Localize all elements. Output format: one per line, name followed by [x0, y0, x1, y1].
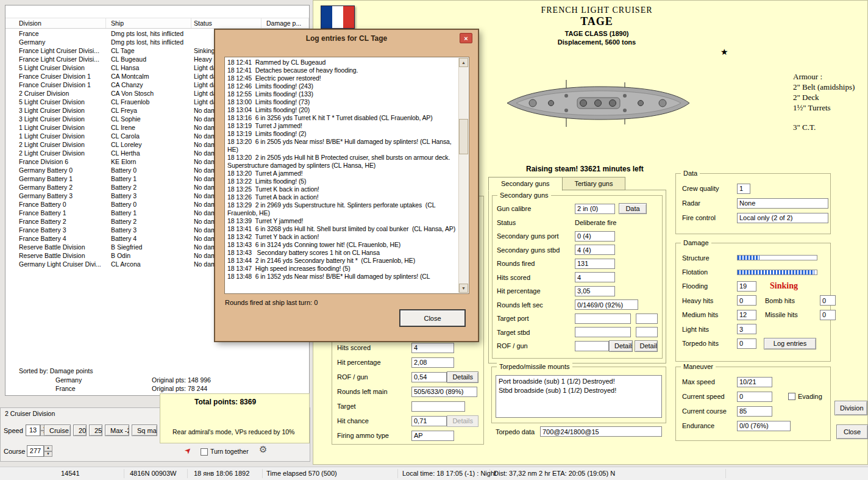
max-speed-field[interactable]: [737, 377, 772, 387]
log-entry[interactable]: 18 12:45 Electric power restored!: [227, 74, 457, 82]
course-stepper[interactable]: 277 ▲ ▼: [27, 445, 52, 457]
rounds-fired-field[interactable]: [575, 259, 615, 269]
log-entry[interactable]: 18 13:25 Turret K back in action!: [227, 185, 457, 193]
max-minus-2-button[interactable]: Max -2: [105, 424, 129, 436]
current-course-field[interactable]: [737, 406, 772, 417]
scrollbar-up-icon[interactable]: ▲: [459, 58, 468, 67]
course-value[interactable]: 277: [27, 445, 44, 457]
column-header-damage[interactable]: Damage p...: [261, 18, 309, 28]
course-down-icon[interactable]: ▼: [44, 451, 52, 457]
log-entry[interactable]: 18 13:43 Secondary battery scores 1 hit …: [227, 249, 457, 257]
log-list[interactable]: 18 12:41 Rammed by CL Bugeaud18 12:41 De…: [224, 57, 469, 294]
target-stbd-aux-field[interactable]: [636, 327, 658, 337]
secondary-stbd-field[interactable]: [575, 245, 615, 255]
log-entry[interactable]: 18 12:41 Detaches because of heavy flood…: [227, 66, 457, 74]
data-button[interactable]: Data: [619, 203, 647, 214]
speed-25-button[interactable]: 25: [89, 424, 102, 436]
dialog-title-bar[interactable]: Log entries for CL Tage: [215, 30, 478, 46]
details-button[interactable]: Details: [447, 371, 478, 383]
log-entries-button[interactable]: Log entries: [764, 338, 816, 349]
hits-scored-field[interactable]: [411, 343, 454, 353]
secondary-port-field[interactable]: [575, 231, 615, 242]
log-entry[interactable]: 18 13:20 2 in 2505 yds Hull hit B Protec…: [227, 154, 457, 170]
torpedo-mount-line[interactable]: Port broadside (sub) 1 (1/2) Destroyed!: [499, 377, 659, 386]
heavy-hits-field[interactable]: [737, 295, 756, 306]
log-entry[interactable]: 18 13:43 6 in 3124 yds Conning tower hit…: [227, 241, 457, 249]
scrollbar[interactable]: ▲ ▼: [458, 58, 468, 293]
torpedo-hits-field[interactable]: [737, 339, 756, 349]
log-entry[interactable]: 18 13:29 2 in 2969 yds Superstructure hi…: [227, 201, 457, 217]
missile-hits-field[interactable]: [820, 310, 836, 320]
tab-secondary-guns[interactable]: Secondary guns: [488, 177, 563, 191]
target-stbd-field[interactable]: [575, 327, 631, 337]
turn-together-checkbox[interactable]: [201, 448, 208, 456]
log-entry[interactable]: 18 12:41 Rammed by CL Bugeaud: [227, 59, 457, 66]
details-button[interactable]: Details: [609, 340, 633, 352]
column-header-ship[interactable]: Ship: [106, 18, 191, 28]
speed-value[interactable]: 13: [26, 424, 40, 436]
evading-checkbox[interactable]: [788, 393, 795, 400]
crew-quality-field[interactable]: [737, 184, 750, 194]
cruise-button[interactable]: Cruise: [44, 424, 71, 436]
table-cell: CL Irene: [106, 123, 191, 132]
log-entry[interactable]: 18 13:20 Turret A jammed!: [227, 170, 457, 177]
sec-hits-scored-field[interactable]: [575, 272, 615, 282]
gun-calibre-label: Gun calibre: [497, 205, 575, 212]
sq-maneuver-button[interactable]: Sq ma: [132, 424, 157, 436]
flooding-field[interactable]: [737, 281, 756, 292]
log-entry[interactable]: 18 13:26 Turret A back in action!: [227, 193, 457, 201]
tab-tertiary-guns[interactable]: Tertiary guns: [562, 177, 626, 190]
armour-belt: 2" Belt (amidships): [793, 82, 855, 92]
scrollbar-down-icon[interactable]: ▼: [459, 284, 468, 293]
log-entry[interactable]: 18 13:19 Limits flooding! (2): [227, 130, 457, 138]
current-speed-field[interactable]: [737, 392, 772, 402]
log-entry[interactable]: 18 13:41 6 in 3268 yds Hull hit. Shell b…: [227, 225, 457, 233]
log-entry[interactable]: 18 13:22 Limits flooding! (5): [227, 177, 457, 185]
log-entry[interactable]: 18 13:19 Turret J jammed!: [227, 122, 457, 130]
target-port-aux-field[interactable]: [636, 313, 658, 324]
course-up-icon[interactable]: ▲: [44, 445, 52, 451]
column-header-division[interactable]: Division: [5, 18, 106, 28]
close-icon[interactable]: ×: [460, 33, 472, 43]
log-entry[interactable]: 18 13:48 6 in 1352 yds Near miss! B/BE* …: [227, 273, 457, 281]
firing-ammo-label: Firing ammo type: [337, 432, 411, 439]
log-entry[interactable]: 18 13:42 Turret Y back in action!: [227, 233, 457, 241]
details-button[interactable]: Details: [635, 340, 658, 352]
target-port-field[interactable]: [575, 313, 631, 324]
ship-close-button[interactable]: Close: [836, 424, 868, 439]
light-hits-field[interactable]: [737, 324, 756, 334]
sec-rof-field[interactable]: [575, 341, 609, 351]
log-entry[interactable]: 18 13:20 6 in 2505 yds Near miss! B/BE* …: [227, 138, 457, 154]
log-entry[interactable]: 18 13:39 Turret Y jammed!: [227, 217, 457, 225]
torpedo-mounts-list[interactable]: Port broadside (sub) 1 (1/2) Destroyed!S…: [496, 375, 662, 418]
bomb-hits-field[interactable]: [820, 295, 836, 306]
log-entry[interactable]: 18 13:00 Limits flooding! (73): [227, 98, 457, 106]
torpedo-mount-line[interactable]: Stbd broadside (sub) 1 (1/2) Destroyed!: [499, 386, 659, 395]
medium-hits-field[interactable]: [737, 310, 756, 320]
scrollbar-thumb[interactable]: [459, 119, 468, 154]
log-entry[interactable]: 18 13:04 Limits flooding! (20): [227, 106, 457, 114]
dialog-close-button[interactable]: Close: [400, 310, 465, 326]
hit-percentage-field[interactable]: [411, 357, 454, 368]
gun-calibre-field[interactable]: [575, 204, 615, 214]
sec-hit-percentage-field[interactable]: [575, 286, 615, 296]
rof-field[interactable]: [411, 372, 447, 382]
log-entry[interactable]: 18 13:16 6 in 3256 yds Turret K hit T * …: [227, 114, 457, 122]
column-header-status[interactable]: Status: [191, 18, 261, 28]
hit-chance-field[interactable]: [411, 416, 447, 426]
division-button[interactable]: Division: [834, 401, 867, 415]
fire-control-field[interactable]: [737, 213, 828, 223]
rounds-left-sec-field[interactable]: [575, 299, 638, 310]
rounds-left-main-field[interactable]: [411, 387, 477, 397]
log-entry[interactable]: 18 12:55 Limits flooding! (133): [227, 90, 457, 98]
torpedo-data-field[interactable]: [540, 426, 662, 437]
target-field[interactable]: [411, 401, 465, 412]
speed-20-button[interactable]: 20: [73, 424, 87, 436]
radar-field[interactable]: [737, 198, 828, 209]
log-entry[interactable]: 18 12:46 Limits flooding! (243): [227, 82, 457, 90]
gear-icon[interactable]: ⚙: [259, 444, 267, 455]
endurance-field[interactable]: [737, 421, 791, 431]
log-entry[interactable]: 18 13:44 2 in 2146 yds Secondary battery…: [227, 257, 457, 265]
firing-ammo-field[interactable]: [411, 431, 454, 441]
log-entry[interactable]: 18 13:47 High speed increases flooding! …: [227, 265, 457, 273]
